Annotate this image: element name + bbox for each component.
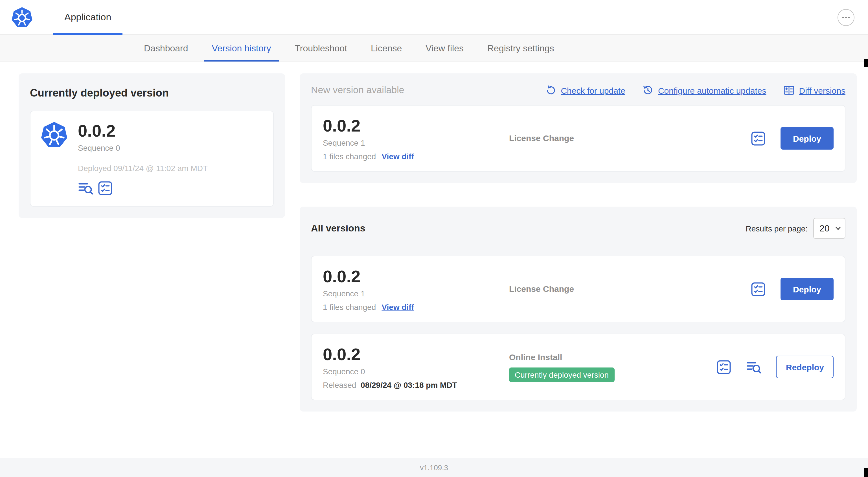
source-label: License Change: [509, 284, 574, 294]
new-version-title: New version available: [311, 85, 404, 96]
tab-application[interactable]: Application: [53, 0, 122, 34]
kubernetes-logo-icon: [11, 6, 33, 28]
version-row: 0.0.2 Sequence 0 Released 08/29/24 @ 03:…: [311, 334, 845, 400]
checklist-icon: [98, 181, 113, 196]
results-per-page: Results per page: 20: [746, 218, 845, 239]
tab-troubleshoot[interactable]: Troubleshoot: [294, 35, 347, 62]
check-for-update-link[interactable]: Check for update: [545, 85, 625, 96]
view-logs-button[interactable]: [78, 181, 93, 196]
new-version-panel: New version available Check for update: [300, 73, 857, 183]
tab-version-history[interactable]: Version history: [212, 35, 271, 62]
all-versions-title: All versions: [311, 223, 365, 234]
app-footer: v1.109.3: [0, 458, 868, 477]
new-version-panel-head: New version available Check for update: [311, 85, 845, 96]
view-config-button[interactable]: [751, 131, 766, 146]
row-version-number: 0.0.2: [323, 345, 509, 363]
deployed-timestamp: Deployed 09/11/24 @ 11:02 am MDT: [78, 164, 208, 173]
kubernetes-app-icon: [41, 121, 68, 148]
version-row-source: License Change: [509, 284, 751, 294]
deploy-button[interactable]: Deploy: [780, 127, 834, 150]
clock-arrow-icon: [642, 85, 654, 96]
currently-deployed-card: 0.0.2 Sequence 0 Deployed 09/11/24 @ 11:…: [30, 111, 274, 207]
checklist-icon: [751, 131, 766, 146]
left-column: Currently deployed version: [19, 73, 285, 218]
deployed-info: 0.0.2 Sequence 0 Deployed 09/11/24 @ 11:…: [78, 121, 208, 196]
diff-versions-link[interactable]: Diff versions: [783, 85, 845, 96]
results-per-page-select-wrap: 20: [813, 218, 845, 239]
currently-deployed-badge: Currently deployed version: [509, 367, 614, 382]
refresh-icon: [545, 85, 556, 96]
right-column: New version available Check for update: [300, 73, 857, 412]
files-changed-row: 1 files changed View diff: [323, 152, 509, 160]
source-label: Online Install: [509, 352, 562, 362]
new-version-card: 0.0.2 Sequence 1 1 files changed View di…: [311, 105, 845, 172]
configure-automatic-updates-label: Configure automatic updates: [658, 86, 767, 95]
version-row-info: 0.0.2 Sequence 0 Released 08/29/24 @ 03:…: [323, 345, 509, 389]
configure-automatic-updates-link[interactable]: Configure automatic updates: [642, 85, 767, 96]
tab-license[interactable]: License: [371, 35, 402, 62]
version-row-source: Online Install Currently deployed versio…: [509, 352, 716, 382]
check-for-update-label: Check for update: [561, 86, 625, 95]
row-sequence: Sequence 1: [323, 289, 509, 298]
view-diff-link[interactable]: View diff: [381, 152, 414, 160]
secondary-nav: Dashboard Version history Troubleshoot L…: [0, 35, 868, 62]
released-row: Released 08/29/24 @ 03:18 pm MDT: [323, 380, 509, 389]
main-content: Currently deployed version: [0, 62, 868, 458]
diff-versions-label: Diff versions: [799, 86, 845, 95]
version-row-info: 0.0.2 Sequence 1 1 files changed View di…: [323, 267, 509, 311]
new-version-number: 0.0.2: [323, 116, 509, 135]
files-changed-row: 1 files changed View diff: [323, 302, 509, 311]
deploy-button[interactable]: Deploy: [780, 278, 834, 300]
released-label: Released: [323, 380, 356, 389]
diff-icon: [783, 85, 794, 96]
version-row-actions: Redeploy: [716, 356, 834, 378]
tab-view-files[interactable]: View files: [426, 35, 464, 62]
scrollbar-thumb[interactable]: [864, 468, 868, 477]
files-changed-label: 1 files changed: [323, 302, 376, 311]
deployed-actions: [78, 181, 208, 196]
all-versions-panel: All versions Results per page: 20: [300, 207, 857, 412]
released-date: 08/29/24 @ 03:18 pm MDT: [361, 380, 457, 389]
redeploy-button[interactable]: Redeploy: [776, 356, 834, 378]
tab-registry-settings[interactable]: Registry settings: [487, 35, 554, 62]
logs-icon: [746, 359, 762, 375]
ellipsis-icon: [841, 12, 851, 23]
version-row-actions: Deploy: [751, 278, 834, 300]
overflow-menu-button[interactable]: [838, 9, 855, 26]
new-version-actions: Deploy: [751, 127, 834, 150]
tab-application-label: Application: [64, 11, 111, 23]
row-version-number: 0.0.2: [323, 267, 509, 285]
tab-dashboard[interactable]: Dashboard: [144, 35, 188, 62]
admin-console-version: v1.109.3: [420, 463, 448, 472]
version-row: 0.0.2 Sequence 1 1 files changed View di…: [311, 256, 845, 322]
deployed-version: 0.0.2: [78, 121, 208, 140]
view-diff-link[interactable]: View diff: [381, 302, 414, 311]
view-config-button[interactable]: [98, 181, 113, 196]
currently-deployed-panel: Currently deployed version: [19, 73, 285, 218]
deployed-sequence: Sequence 0: [78, 143, 208, 152]
source-label: License Change: [509, 133, 574, 143]
currently-deployed-title: Currently deployed version: [30, 87, 274, 99]
application-window: Application Dashboard Version history Tr…: [0, 0, 868, 477]
app-header: Application: [0, 0, 868, 35]
scrollbar-thumb[interactable]: [864, 59, 868, 67]
view-config-button[interactable]: [751, 281, 766, 297]
new-version-sequence: Sequence 1: [323, 138, 509, 147]
view-config-button[interactable]: [716, 359, 732, 375]
checklist-icon: [716, 359, 732, 375]
view-logs-button[interactable]: [746, 359, 762, 375]
new-version-info: 0.0.2 Sequence 1 1 files changed View di…: [323, 116, 509, 160]
all-versions-head: All versions Results per page: 20: [311, 218, 845, 239]
results-per-page-select[interactable]: 20: [813, 218, 845, 239]
version-actions-links: Check for update Configure automatic upd…: [545, 85, 845, 96]
results-per-page-label: Results per page:: [746, 224, 808, 233]
logs-icon: [78, 181, 93, 196]
new-version-source: License Change: [509, 133, 751, 143]
files-changed-label: 1 files changed: [323, 152, 376, 160]
row-sequence: Sequence 0: [323, 367, 509, 376]
checklist-icon: [751, 281, 766, 297]
